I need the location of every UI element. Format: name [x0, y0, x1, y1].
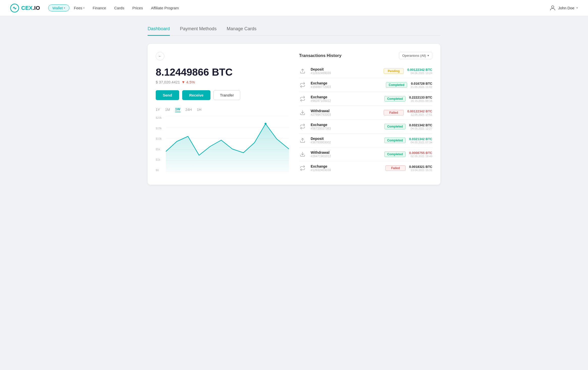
tx-status-badge: Completed	[384, 151, 406, 157]
navbar-left: CEX.IO Wallet ▾ Fees ▾ Finance Cards Pri…	[10, 4, 182, 13]
tx-date: 13.04.2021 15:31	[409, 169, 432, 172]
tx-status-badge: Pending	[384, 68, 404, 74]
usd-amount: $ 37,020.4421 ▼ 4.5%	[156, 80, 289, 84]
transactions-title: Transactions History	[299, 53, 341, 58]
tx-amount-col: 0.016728 BTC 21.05.2021 11:02	[411, 82, 432, 88]
withdrawal-icon	[299, 151, 306, 158]
tx-amount: 0.00122342 BTC	[407, 68, 432, 72]
tx-id: #12632469039	[311, 168, 382, 172]
nav-item-wallet[interactable]: Wallet ▾	[48, 5, 69, 11]
filter-1h[interactable]: 1H	[197, 108, 201, 112]
action-buttons: Send Receive Transfer	[156, 90, 289, 100]
tx-id: #98287100012	[311, 99, 381, 103]
tx-status-badge: Failed	[384, 110, 404, 115]
tx-amount: 0.00122342 BTC	[407, 109, 432, 113]
chevron-down-icon: ▾	[64, 7, 65, 9]
tx-info: Exchange #35699772003	[311, 81, 382, 89]
tx-date: 04.05.2021 12:27	[409, 127, 432, 130]
tx-amount-col: 0.0321342 BTC 04.05.2021 07:34	[409, 137, 432, 144]
tx-type: Exchange	[311, 164, 382, 168]
user-icon	[549, 5, 556, 12]
tx-id: #27894792003	[311, 113, 380, 116]
tab-manage-cards[interactable]: Manage Cards	[227, 26, 256, 36]
tx-status-badge: Completed	[384, 124, 406, 129]
filter-1w[interactable]: 1W	[175, 107, 180, 112]
tx-date: 02.05.2021 19:49	[409, 155, 432, 158]
nav-item-finance[interactable]: Finance	[89, 4, 110, 12]
main-card: ← 8.12449866 BTC $ 37,020.4421 ▼ 4.5% Se…	[148, 44, 440, 185]
tx-amount: 0.2222133 BTC	[409, 96, 432, 99]
chart-y-axis: $20k $15k $10k $5k $1k $0	[156, 116, 166, 172]
tx-amount-col: 0.00122342 BTC 12.05.2021 17:51	[407, 109, 432, 116]
tx-date: 12.05.2021 17:51	[407, 113, 432, 116]
page: Dashboard Payment Methods Manage Cards ←…	[143, 16, 445, 200]
tx-amount: 0.0321342 BTC	[409, 123, 432, 127]
table-row[interactable]: Exchange #56720027383 Completed 0.032134…	[299, 120, 432, 134]
tab-bar: Dashboard Payment Methods Manage Cards	[148, 26, 440, 36]
table-row[interactable]: Withdrawal #28471901012 Completed 0.0008…	[299, 147, 432, 161]
chevron-down-icon: ▾	[576, 6, 578, 10]
tx-date: 16.15.2021 09:16	[409, 99, 432, 102]
tx-id: #56720027383	[311, 127, 381, 130]
deposit-icon	[299, 137, 306, 144]
transactions-header: Transactions History Operanions (All) ▾	[299, 52, 432, 59]
tx-type: Withdrawal	[311, 109, 380, 113]
deposit-icon	[299, 68, 306, 75]
price-change: ▼ 4.5%	[181, 80, 195, 84]
tx-type: Exchange	[311, 81, 382, 85]
table-row[interactable]: Withdrawal #27894792003 Failed 0.0012234…	[299, 106, 432, 120]
btc-amount: 8.12449866 BTC	[156, 67, 289, 78]
table-row[interactable]: Exchange #12632469039 Failed 0.0018321 B…	[299, 161, 432, 175]
tx-status-badge: Completed	[384, 96, 406, 102]
filter-1y[interactable]: 1Y	[156, 108, 160, 112]
chart-svg	[166, 116, 289, 172]
price-chart: $20k $15k $10k $5k $1k $0	[156, 116, 289, 177]
back-button[interactable]: ←	[156, 52, 164, 60]
operations-filter[interactable]: Operanions (All) ▾	[399, 52, 432, 59]
logo-text: CEX.IO	[21, 5, 40, 11]
tx-date: 04.05.2021 07:34	[409, 141, 432, 144]
filter-1m[interactable]: 1M	[165, 108, 170, 112]
send-button[interactable]: Send	[156, 90, 179, 100]
nav-item-cards[interactable]: Cards	[111, 4, 128, 12]
nav-item-affiliate[interactable]: Affiliate Program	[147, 4, 182, 12]
tx-status-badge: Completed	[386, 82, 407, 88]
filter-24h[interactable]: 24H	[185, 108, 192, 112]
tx-amount: 0.0008755 BTC	[409, 151, 432, 155]
chart-svg-area	[166, 116, 289, 172]
nav-links: Wallet ▾ Fees ▾ Finance Cards Prices Aff…	[48, 4, 182, 12]
navbar: CEX.IO Wallet ▾ Fees ▾ Finance Cards Pri…	[0, 0, 588, 16]
tx-info: Exchange #56720027383	[311, 123, 381, 130]
tx-type: Exchange	[311, 95, 381, 99]
exchange-icon	[299, 95, 306, 102]
tab-payment-methods[interactable]: Payment Methods	[180, 26, 217, 36]
transactions-list: Deposit #12632469039 Pending 0.00122342 …	[299, 64, 432, 175]
nav-item-fees[interactable]: Fees ▾	[70, 4, 88, 12]
tx-info: Deposit #36783903002	[311, 137, 381, 144]
tx-date: 04.06.2021 13:24	[407, 72, 432, 75]
exchange-icon	[299, 123, 306, 130]
tx-id: #36783903002	[311, 141, 381, 144]
logo[interactable]: CEX.IO	[10, 4, 40, 13]
table-row[interactable]: Deposit #12632469039 Pending 0.00122342 …	[299, 64, 432, 78]
transfer-button[interactable]: Transfer	[213, 90, 240, 100]
receive-button[interactable]: Receive	[182, 90, 211, 100]
tab-dashboard[interactable]: Dashboard	[148, 26, 170, 36]
table-row[interactable]: Exchange #35699772003 Completed 0.016728…	[299, 78, 432, 92]
tx-date: 21.05.2021 11:02	[411, 85, 432, 88]
tx-type: Exchange	[311, 123, 381, 127]
user-name: John Doe	[558, 6, 574, 10]
withdrawal-icon	[299, 109, 306, 116]
tx-info: Exchange #12632469039	[311, 164, 382, 172]
svg-point-1	[551, 6, 554, 8]
logo-icon	[10, 4, 19, 13]
user-menu[interactable]: John Doe ▾	[549, 5, 578, 12]
tx-status-badge: Failed	[385, 165, 406, 171]
tx-info: Withdrawal #27894792003	[311, 109, 380, 116]
table-row[interactable]: Exchange #98287100012 Completed 0.222213…	[299, 92, 432, 106]
nav-item-prices[interactable]: Prices	[129, 4, 146, 12]
tx-amount-col: 0.0008755 BTC 02.05.2021 19:49	[409, 151, 432, 158]
table-row[interactable]: Deposit #36783903002 Completed 0.0321342…	[299, 134, 432, 147]
tx-id: #12632469039	[311, 71, 380, 75]
tx-amount: 0.016728 BTC	[411, 82, 432, 85]
